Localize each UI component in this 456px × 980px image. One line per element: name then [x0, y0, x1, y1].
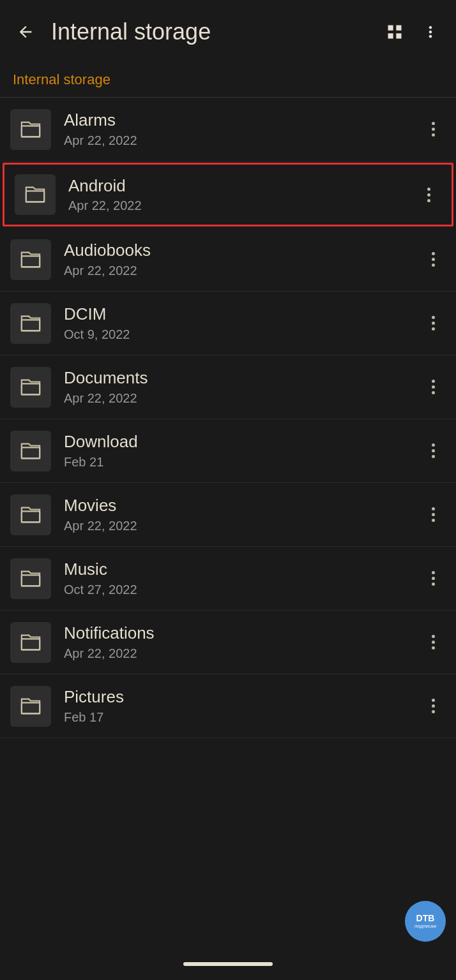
file-info: Download Feb 21 [64, 432, 420, 469]
file-info: Notifications Apr 22, 2022 [64, 623, 420, 660]
list-item[interactable]: Audiobooks Apr 22, 2022 [0, 228, 456, 292]
folder-icon [10, 367, 51, 408]
svg-rect-9 [22, 702, 40, 713]
file-name: Documents [64, 368, 420, 388]
list-item[interactable]: DCIM Oct 9, 2022 [0, 292, 456, 355]
folder-icon [10, 686, 51, 727]
folder-more-button[interactable] [420, 117, 446, 142]
folder-icon [10, 303, 51, 344]
more-dots-icon [427, 188, 430, 202]
folder-icon [10, 109, 51, 150]
list-item[interactable]: Android Apr 22, 2022 [3, 163, 453, 226]
file-date: Apr 22, 2022 [64, 391, 420, 406]
file-date: Oct 27, 2022 [64, 583, 420, 597]
overflow-menu-button[interactable] [415, 17, 446, 47]
folder-more-button[interactable] [420, 311, 446, 336]
svg-rect-3 [22, 320, 40, 330]
folder-more-button[interactable] [420, 247, 446, 272]
more-dots-icon [432, 252, 435, 267]
more-dots-icon [432, 699, 435, 713]
svg-rect-8 [22, 639, 40, 650]
list-item[interactable]: Notifications Apr 22, 2022 [0, 611, 456, 674]
file-date: Apr 22, 2022 [64, 646, 420, 661]
file-list: Alarms Apr 22, 2022 Android Apr 22, 2022 [0, 98, 456, 738]
svg-rect-4 [22, 383, 40, 394]
folder-icon [10, 431, 51, 471]
svg-rect-6 [22, 511, 40, 522]
back-button[interactable] [10, 17, 41, 47]
folder-more-button[interactable] [420, 630, 446, 655]
bottom-bar [0, 948, 456, 980]
svg-rect-1 [26, 191, 44, 202]
file-info: Android Apr 22, 2022 [68, 176, 416, 213]
breadcrumb-label: Internal storage [13, 71, 110, 87]
file-info: Audiobooks Apr 22, 2022 [64, 241, 420, 278]
more-dots-icon [432, 571, 435, 586]
svg-rect-2 [22, 256, 40, 267]
file-name: DCIM [64, 304, 420, 324]
list-item[interactable]: Alarms Apr 22, 2022 [0, 98, 456, 161]
file-info: Alarms Apr 22, 2022 [64, 110, 420, 147]
file-name: Android [68, 176, 416, 196]
more-dots-icon [432, 122, 435, 137]
list-item[interactable]: Music Oct 27, 2022 [0, 547, 456, 611]
header-actions [379, 17, 446, 47]
file-name: Download [64, 432, 420, 452]
folder-icon [10, 494, 51, 535]
file-date: Feb 21 [64, 455, 420, 470]
home-indicator [183, 962, 273, 966]
file-date: Apr 22, 2022 [64, 133, 420, 148]
more-dots-icon [432, 316, 435, 330]
grid-view-button[interactable] [379, 17, 410, 47]
list-item[interactable]: Movies Apr 22, 2022 [0, 483, 456, 547]
more-dots-icon [432, 507, 435, 522]
more-dots-icon [432, 635, 435, 650]
svg-rect-0 [22, 126, 40, 137]
folder-more-button[interactable] [420, 566, 446, 591]
file-name: Pictures [64, 687, 420, 707]
file-name: Music [64, 560, 420, 579]
file-info: Documents Apr 22, 2022 [64, 368, 420, 405]
file-info: Movies Apr 22, 2022 [64, 496, 420, 533]
file-date: Oct 9, 2022 [64, 327, 420, 342]
page-title: Internal storage [51, 19, 379, 45]
folder-more-button[interactable] [416, 182, 441, 207]
folder-more-button[interactable] [420, 438, 446, 464]
folder-icon [10, 558, 51, 599]
dtb-badge-subtext: подписки [414, 924, 436, 929]
file-name: Alarms [64, 110, 420, 130]
folder-icon [10, 622, 51, 663]
file-name: Audiobooks [64, 241, 420, 260]
folder-more-button[interactable] [420, 694, 446, 719]
breadcrumb[interactable]: Internal storage [0, 64, 456, 98]
file-date: Apr 22, 2022 [64, 519, 420, 533]
header: Internal storage [0, 0, 456, 64]
folder-more-button[interactable] [420, 502, 446, 528]
folder-icon [10, 239, 51, 280]
file-date: Apr 22, 2022 [64, 264, 420, 278]
file-name: Movies [64, 496, 420, 516]
more-dots-icon [432, 380, 435, 394]
file-info: DCIM Oct 9, 2022 [64, 304, 420, 341]
svg-rect-7 [22, 575, 40, 586]
file-date: Feb 17 [64, 710, 420, 725]
dtb-badge[interactable]: DTB подписки [405, 901, 446, 942]
folder-more-button[interactable] [420, 375, 446, 400]
more-dots-icon [432, 443, 435, 458]
file-name: Notifications [64, 623, 420, 643]
dtb-badge-text: DTB [416, 914, 435, 923]
list-item[interactable]: Documents Apr 22, 2022 [0, 355, 456, 419]
file-info: Music Oct 27, 2022 [64, 560, 420, 597]
svg-rect-5 [22, 447, 40, 458]
file-date: Apr 22, 2022 [68, 198, 416, 213]
list-item[interactable]: Download Feb 21 [0, 419, 456, 483]
list-item[interactable]: Pictures Feb 17 [0, 674, 456, 738]
file-info: Pictures Feb 17 [64, 687, 420, 724]
folder-icon [15, 174, 56, 215]
